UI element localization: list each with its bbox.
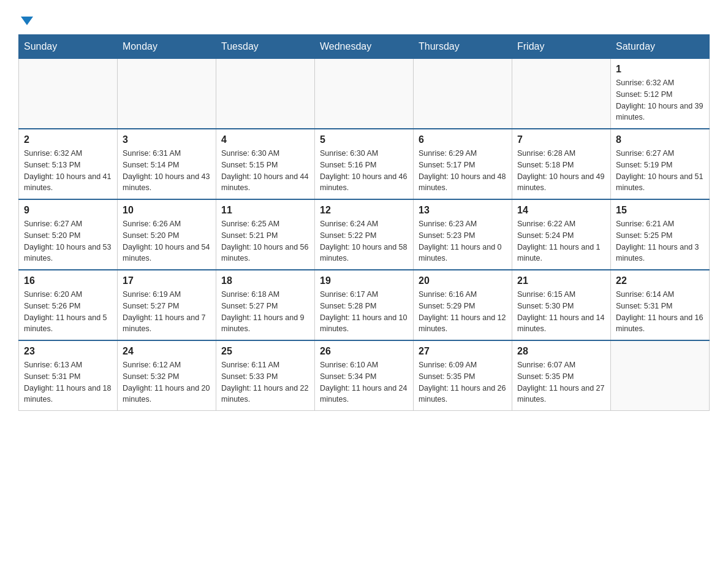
day-number: 25: [221, 346, 309, 357]
calendar-day-cell: 26Sunrise: 6:10 AM Sunset: 5:34 PM Dayli…: [315, 340, 414, 411]
calendar-day-cell: 11Sunrise: 6:25 AM Sunset: 5:21 PM Dayli…: [216, 199, 315, 270]
day-info: Sunrise: 6:16 AM Sunset: 5:29 PM Dayligh…: [419, 289, 507, 335]
day-number: 9: [24, 205, 112, 216]
calendar-week-row: 1Sunrise: 6:32 AM Sunset: 5:12 PM Daylig…: [19, 59, 710, 129]
day-info: Sunrise: 6:26 AM Sunset: 5:20 PM Dayligh…: [123, 218, 211, 264]
day-number: 14: [517, 205, 605, 216]
day-number: 24: [123, 346, 211, 357]
calendar-day-cell: 7Sunrise: 6:28 AM Sunset: 5:18 PM Daylig…: [512, 129, 611, 199]
day-info: Sunrise: 6:25 AM Sunset: 5:21 PM Dayligh…: [221, 218, 309, 264]
calendar-week-row: 2Sunrise: 6:32 AM Sunset: 5:13 PM Daylig…: [19, 129, 710, 199]
day-number: 15: [616, 205, 704, 216]
day-number: 13: [419, 205, 507, 216]
day-info: Sunrise: 6:18 AM Sunset: 5:27 PM Dayligh…: [221, 289, 309, 335]
day-of-week-header: Sunday: [19, 35, 118, 59]
day-info: Sunrise: 6:30 AM Sunset: 5:16 PM Dayligh…: [320, 148, 408, 194]
day-info: Sunrise: 6:07 AM Sunset: 5:35 PM Dayligh…: [517, 359, 605, 405]
calendar-header-row: SundayMondayTuesdayWednesdayThursdayFrid…: [19, 35, 710, 59]
calendar-day-cell: 2Sunrise: 6:32 AM Sunset: 5:13 PM Daylig…: [19, 129, 118, 199]
day-number: 8: [616, 134, 704, 145]
calendar-day-cell: 17Sunrise: 6:19 AM Sunset: 5:27 PM Dayli…: [118, 270, 216, 340]
calendar-day-cell: [19, 59, 118, 129]
day-info: Sunrise: 6:31 AM Sunset: 5:14 PM Dayligh…: [123, 148, 211, 194]
day-of-week-header: Saturday: [611, 35, 710, 59]
day-info: Sunrise: 6:13 AM Sunset: 5:31 PM Dayligh…: [24, 359, 112, 405]
calendar-table: SundayMondayTuesdayWednesdayThursdayFrid…: [18, 34, 710, 411]
day-number: 23: [24, 346, 112, 357]
day-number: 11: [221, 205, 309, 216]
day-number: 7: [517, 134, 605, 145]
day-info: Sunrise: 6:20 AM Sunset: 5:26 PM Dayligh…: [24, 289, 112, 335]
day-info: Sunrise: 6:10 AM Sunset: 5:34 PM Dayligh…: [320, 359, 408, 405]
day-of-week-header: Thursday: [414, 35, 512, 59]
page-header: [18, 12, 710, 28]
calendar-day-cell: 14Sunrise: 6:22 AM Sunset: 5:24 PM Dayli…: [512, 199, 611, 270]
calendar-day-cell: 28Sunrise: 6:07 AM Sunset: 5:35 PM Dayli…: [512, 340, 611, 411]
day-number: 26: [320, 346, 408, 357]
logo-triangle-icon: [21, 17, 33, 25]
calendar-day-cell: 13Sunrise: 6:23 AM Sunset: 5:23 PM Dayli…: [414, 199, 512, 270]
day-info: Sunrise: 6:27 AM Sunset: 5:19 PM Dayligh…: [616, 148, 704, 194]
calendar-day-cell: [315, 59, 414, 129]
day-of-week-header: Monday: [118, 35, 216, 59]
day-info: Sunrise: 6:29 AM Sunset: 5:17 PM Dayligh…: [419, 148, 507, 194]
day-of-week-header: Tuesday: [216, 35, 315, 59]
day-info: Sunrise: 6:22 AM Sunset: 5:24 PM Dayligh…: [517, 218, 605, 264]
calendar-day-cell: 20Sunrise: 6:16 AM Sunset: 5:29 PM Dayli…: [414, 270, 512, 340]
calendar-day-cell: 27Sunrise: 6:09 AM Sunset: 5:35 PM Dayli…: [414, 340, 512, 411]
day-info: Sunrise: 6:30 AM Sunset: 5:15 PM Dayligh…: [221, 148, 309, 194]
calendar-day-cell: 8Sunrise: 6:27 AM Sunset: 5:19 PM Daylig…: [611, 129, 710, 199]
calendar-day-cell: [414, 59, 512, 129]
calendar-day-cell: 15Sunrise: 6:21 AM Sunset: 5:25 PM Dayli…: [611, 199, 710, 270]
day-info: Sunrise: 6:17 AM Sunset: 5:28 PM Dayligh…: [320, 289, 408, 335]
calendar-day-cell: 5Sunrise: 6:30 AM Sunset: 5:16 PM Daylig…: [315, 129, 414, 199]
calendar-day-cell: 23Sunrise: 6:13 AM Sunset: 5:31 PM Dayli…: [19, 340, 118, 411]
day-info: Sunrise: 6:12 AM Sunset: 5:32 PM Dayligh…: [123, 359, 211, 405]
calendar-day-cell: 21Sunrise: 6:15 AM Sunset: 5:30 PM Dayli…: [512, 270, 611, 340]
calendar-day-cell: 19Sunrise: 6:17 AM Sunset: 5:28 PM Dayli…: [315, 270, 414, 340]
day-number: 21: [517, 275, 605, 286]
calendar-day-cell: 1Sunrise: 6:32 AM Sunset: 5:12 PM Daylig…: [611, 59, 710, 129]
day-info: Sunrise: 6:11 AM Sunset: 5:33 PM Dayligh…: [221, 359, 309, 405]
day-info: Sunrise: 6:32 AM Sunset: 5:12 PM Dayligh…: [616, 77, 704, 123]
day-info: Sunrise: 6:32 AM Sunset: 5:13 PM Dayligh…: [24, 148, 112, 194]
calendar-day-cell: 9Sunrise: 6:27 AM Sunset: 5:20 PM Daylig…: [19, 199, 118, 270]
calendar-week-row: 23Sunrise: 6:13 AM Sunset: 5:31 PM Dayli…: [19, 340, 710, 411]
calendar-day-cell: 16Sunrise: 6:20 AM Sunset: 5:26 PM Dayli…: [19, 270, 118, 340]
calendar-day-cell: [216, 59, 315, 129]
day-number: 22: [616, 275, 704, 286]
day-info: Sunrise: 6:14 AM Sunset: 5:31 PM Dayligh…: [616, 289, 704, 335]
day-number: 3: [123, 134, 211, 145]
calendar-day-cell: 10Sunrise: 6:26 AM Sunset: 5:20 PM Dayli…: [118, 199, 216, 270]
day-number: 16: [24, 275, 112, 286]
day-number: 28: [517, 346, 605, 357]
day-number: 10: [123, 205, 211, 216]
day-number: 19: [320, 275, 408, 286]
calendar-day-cell: 24Sunrise: 6:12 AM Sunset: 5:32 PM Dayli…: [118, 340, 216, 411]
day-info: Sunrise: 6:21 AM Sunset: 5:25 PM Dayligh…: [616, 218, 704, 264]
day-info: Sunrise: 6:15 AM Sunset: 5:30 PM Dayligh…: [517, 289, 605, 335]
day-number: 6: [419, 134, 507, 145]
day-info: Sunrise: 6:24 AM Sunset: 5:22 PM Dayligh…: [320, 218, 408, 264]
day-info: Sunrise: 6:27 AM Sunset: 5:20 PM Dayligh…: [24, 218, 112, 264]
day-info: Sunrise: 6:23 AM Sunset: 5:23 PM Dayligh…: [419, 218, 507, 264]
day-number: 2: [24, 134, 112, 145]
calendar-day-cell: [512, 59, 611, 129]
day-number: 1: [616, 64, 704, 75]
day-info: Sunrise: 6:09 AM Sunset: 5:35 PM Dayligh…: [419, 359, 507, 405]
calendar-day-cell: 22Sunrise: 6:14 AM Sunset: 5:31 PM Dayli…: [611, 270, 710, 340]
calendar-week-row: 16Sunrise: 6:20 AM Sunset: 5:26 PM Dayli…: [19, 270, 710, 340]
calendar-day-cell: 6Sunrise: 6:29 AM Sunset: 5:17 PM Daylig…: [414, 129, 512, 199]
day-info: Sunrise: 6:19 AM Sunset: 5:27 PM Dayligh…: [123, 289, 211, 335]
calendar-day-cell: 25Sunrise: 6:11 AM Sunset: 5:33 PM Dayli…: [216, 340, 315, 411]
calendar-day-cell: [118, 59, 216, 129]
logo: [18, 12, 33, 28]
day-info: Sunrise: 6:28 AM Sunset: 5:18 PM Dayligh…: [517, 148, 605, 194]
day-number: 20: [419, 275, 507, 286]
day-number: 18: [221, 275, 309, 286]
day-of-week-header: Friday: [512, 35, 611, 59]
calendar-day-cell: 18Sunrise: 6:18 AM Sunset: 5:27 PM Dayli…: [216, 270, 315, 340]
day-of-week-header: Wednesday: [315, 35, 414, 59]
day-number: 5: [320, 134, 408, 145]
day-number: 27: [419, 346, 507, 357]
